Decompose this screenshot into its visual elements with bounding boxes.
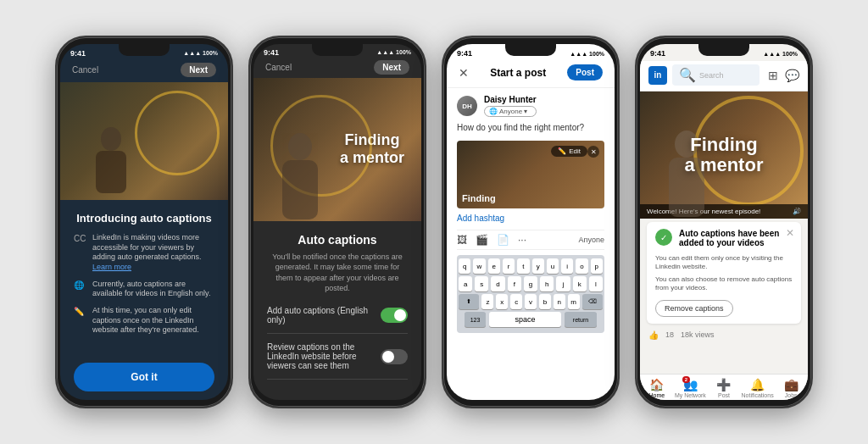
- status-icons-2: ▲▲▲ 100%: [376, 49, 411, 55]
- add-hashtag[interactable]: Add hashtag: [457, 214, 604, 223]
- status-icons-3: ▲▲▲ 100%: [570, 51, 604, 57]
- phone-4-screen: 9:41 ▲▲▲ 100% in 🔍 Search ⊞ 💬: [640, 44, 808, 400]
- key-v[interactable]: v: [525, 294, 537, 309]
- key-m[interactable]: m: [568, 294, 580, 309]
- cancel-button-2[interactable]: Cancel: [265, 63, 292, 72]
- key-space[interactable]: space: [489, 312, 561, 327]
- got-it-button[interactable]: Got it: [74, 363, 214, 391]
- key-u[interactable]: u: [547, 258, 559, 274]
- status-icons-1: ▲▲▲ 100%: [183, 50, 218, 56]
- remove-captions-button[interactable]: Remove captions: [655, 300, 733, 317]
- phone1-content: Introducing auto captions CC LinkedIn is…: [60, 200, 228, 354]
- key-g[interactable]: g: [524, 276, 537, 291]
- feature-row-1: CC LinkedIn is making videos more access…: [74, 233, 214, 273]
- notif-close-icon[interactable]: ✕: [786, 227, 794, 239]
- qr-icon[interactable]: ⊞: [768, 69, 778, 82]
- key-q[interactable]: q: [459, 258, 470, 274]
- next-button-2[interactable]: Next: [374, 60, 409, 75]
- key-k[interactable]: k: [573, 276, 587, 291]
- feed-video-card: Finding a mentor Welcome! Here's our new…: [640, 92, 808, 219]
- phone-2: 9:41 ▲▲▲ 100% Cancel Next Finding a ment: [248, 36, 426, 408]
- phone1-video-bg: [60, 82, 228, 200]
- more-icon[interactable]: ···: [518, 234, 526, 246]
- key-w[interactable]: w: [473, 258, 485, 274]
- phone2-desc: You'll be notified once the captions are…: [267, 252, 408, 294]
- post-text[interactable]: How do you find the right mentor?: [457, 122, 604, 134]
- key-n[interactable]: n: [554, 294, 565, 309]
- key-y[interactable]: y: [532, 258, 544, 274]
- post-toolbar: 🖼 🎬 📄 ··· Anyone: [457, 230, 604, 250]
- check-circle-icon: ✓: [655, 229, 672, 246]
- phone-3: 9:41 ▲▲▲ 100% ✕ Start a post Post DH Dai…: [442, 36, 620, 408]
- key-i[interactable]: i: [561, 258, 573, 274]
- key-p[interactable]: p: [591, 258, 603, 274]
- feature-text-2: Currently, auto captions are available f…: [92, 280, 214, 299]
- nav-jobs[interactable]: 💼 Jobs: [774, 378, 808, 398]
- key-s[interactable]: s: [475, 276, 488, 291]
- key-a[interactable]: a: [459, 276, 472, 291]
- key-c[interactable]: c: [510, 294, 522, 309]
- key-d[interactable]: d: [491, 276, 504, 291]
- next-button-1[interactable]: Next: [181, 63, 216, 77]
- key-h[interactable]: h: [540, 276, 554, 291]
- views-count: 18k views: [681, 330, 715, 339]
- key-j[interactable]: j: [556, 276, 570, 291]
- key-e[interactable]: e: [488, 258, 500, 274]
- key-z[interactable]: z: [481, 294, 493, 309]
- post-title-3: Start a post: [490, 67, 546, 79]
- phone4-feed: Finding a mentor Welcome! Here's our new…: [640, 92, 808, 374]
- nav-notifications-label: Notifications: [742, 392, 774, 398]
- svg-rect-1: [96, 151, 126, 193]
- key-shift[interactable]: ⬆: [459, 294, 479, 309]
- phone2-title: Auto captions: [267, 233, 408, 247]
- nav-network[interactable]: 2 👥 My Network: [674, 378, 708, 398]
- key-delete[interactable]: ⌫: [582, 294, 603, 309]
- notif-text: Auto captions have been added to your vi…: [679, 229, 793, 249]
- person-silhouette-2: [270, 128, 330, 221]
- nav-home[interactable]: 🏠 Home: [640, 378, 674, 398]
- close-icon-3[interactable]: ✕: [459, 66, 469, 80]
- key-f[interactable]: f: [508, 276, 521, 291]
- person-silhouette-1: [86, 124, 136, 200]
- feed-video-text: Finding a mentor: [685, 135, 764, 175]
- key-r[interactable]: r: [503, 258, 515, 274]
- cancel-button-1[interactable]: Cancel: [72, 65, 98, 75]
- toggle-review[interactable]: [381, 349, 408, 364]
- header-icons-4: ⊞ 💬: [768, 69, 799, 82]
- svg-point-0: [101, 127, 121, 151]
- key-return[interactable]: return: [565, 312, 597, 327]
- phone1-title: Introducing auto captions: [74, 212, 214, 225]
- toggle-knob-1: [394, 309, 406, 321]
- notif-title: Auto captions have been added to your vi…: [679, 229, 793, 247]
- time-4: 9:41: [650, 49, 665, 58]
- volume-icon[interactable]: 🔊: [793, 208, 801, 215]
- key-t[interactable]: t: [517, 258, 529, 274]
- audience-badge[interactable]: 🌐 Anyone ▾: [484, 106, 537, 117]
- status-icons-4: ▲▲▲ 100%: [763, 51, 798, 57]
- message-icon[interactable]: 💬: [785, 69, 799, 82]
- nav-home-label: Home: [648, 392, 665, 398]
- nav-post-label: Post: [718, 392, 730, 398]
- toolbar-anyone[interactable]: Anyone: [578, 236, 604, 244]
- edit-overlay[interactable]: ✏️ Edit: [551, 146, 587, 157]
- key-l[interactable]: l: [589, 276, 603, 291]
- nav-post[interactable]: ➕ Post: [707, 378, 741, 398]
- notification-card: ✕ ✓ Auto captions have been added to you…: [647, 222, 801, 324]
- key-row-1: q w e r t y u i o p: [459, 258, 603, 274]
- phone-2-screen: 9:41 ▲▲▲ 100% Cancel Next Finding a ment: [253, 44, 421, 400]
- key-123[interactable]: 123: [465, 312, 486, 327]
- document-icon[interactable]: 📄: [497, 234, 509, 246]
- video-thumb-3: Finding ✏️ Edit ✕: [457, 141, 604, 208]
- image-icon[interactable]: 🖼: [457, 234, 467, 246]
- toggle-auto-captions[interactable]: [381, 308, 408, 323]
- key-b[interactable]: b: [539, 294, 551, 309]
- key-o[interactable]: o: [576, 258, 587, 274]
- toggle-row-1: Add auto captions (English only): [267, 306, 408, 334]
- video-icon[interactable]: 🎬: [476, 234, 488, 246]
- search-bar-4[interactable]: 🔍 Search: [672, 64, 760, 86]
- key-x[interactable]: x: [496, 294, 508, 309]
- learn-more-link[interactable]: Learn more: [92, 263, 131, 271]
- nav-notifications[interactable]: 🔔 Notifications: [741, 378, 775, 398]
- close-overlay[interactable]: ✕: [587, 146, 599, 158]
- post-button[interactable]: Post: [567, 64, 603, 80]
